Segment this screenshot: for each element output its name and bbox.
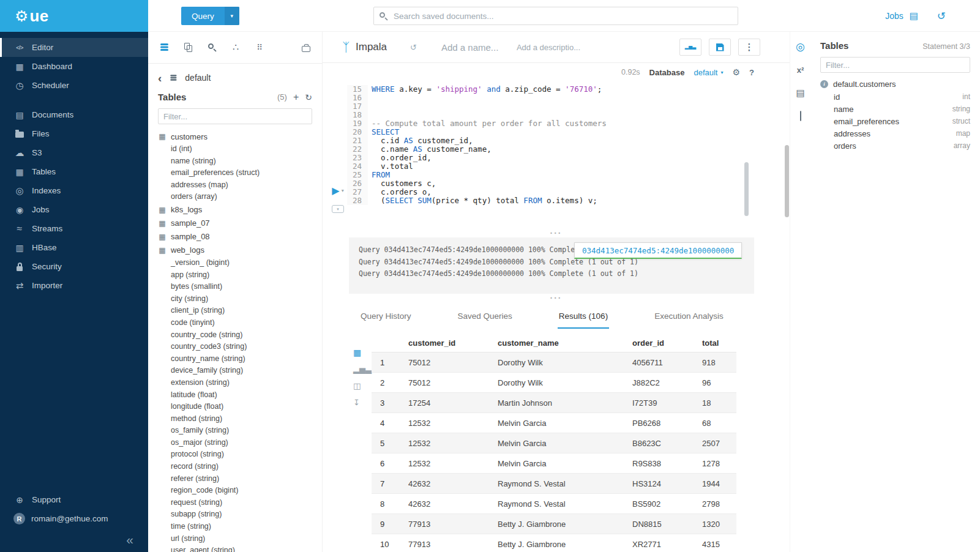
active-table-item[interactable]: i default.customers (820, 77, 970, 91)
sitemap-icon[interactable]: ∴ (230, 43, 242, 53)
column-item[interactable]: url (string) (158, 533, 312, 545)
sidebar-item-support[interactable]: ⊕ Support (0, 490, 148, 509)
sidebar-item-hbase[interactable]: ▥HBase (0, 238, 148, 257)
column-item[interactable]: name (string) (158, 155, 312, 168)
column-header-total[interactable]: total (696, 334, 736, 352)
language-reference-icon[interactable]: ▤ (796, 88, 804, 97)
execute-options-caret-icon[interactable]: ▾ (342, 188, 344, 193)
table-item-k8s-logs[interactable]: ▦k8s_logs (158, 203, 312, 217)
tab-saved-queries[interactable]: Saved Queries (457, 306, 514, 329)
table-row[interactable]: 412532Melvin GarciaPB626868 (372, 413, 736, 433)
column-item[interactable]: email_preferences (struct) (158, 167, 312, 179)
table-item-sample-07[interactable]: ▦sample_07 (158, 217, 312, 230)
column-header-order-id[interactable]: order_id (626, 334, 696, 352)
table-item-web-logs[interactable]: ▦web_logs (158, 244, 312, 257)
column-item[interactable]: client_ip (string) (158, 305, 312, 317)
table-row[interactable]: 512532Melvin GarciaB8623C2507 (372, 433, 736, 453)
column-item[interactable]: bytes (smallint) (158, 281, 312, 293)
column-item[interactable]: latitude (float) (158, 389, 312, 401)
save-button[interactable] (709, 39, 731, 56)
chart-button[interactable]: ▂▅▃ (679, 39, 701, 56)
column-item[interactable]: app (string) (158, 269, 312, 282)
query-description-input[interactable] (515, 42, 600, 53)
column-item[interactable]: id (int) (158, 143, 312, 155)
table-item-customers[interactable]: ▦customers (158, 130, 312, 143)
functions-icon[interactable]: x² (797, 66, 804, 74)
resize-handle-bottom[interactable] (323, 294, 790, 302)
right-column-addresses[interactable]: addressesmap (820, 127, 970, 140)
table-row[interactable]: 842632Raymond S. VestalBS59022798 (372, 494, 736, 514)
panel-scrollbar[interactable] (785, 145, 789, 217)
column-item[interactable]: region_code (bigint) (158, 485, 312, 497)
execute-button[interactable]: ▶▾ (332, 186, 343, 196)
job-id-popup[interactable]: 034d413ec7474ed5:4249de1000000000 (574, 242, 742, 259)
code-editor[interactable]: 15WHERE a.key = 'shipping' and a.zip_cod… (347, 85, 790, 205)
sidebar-item-dashboard[interactable]: ▦Dashboard (0, 57, 148, 76)
editor-scrollbar[interactable] (744, 162, 749, 216)
sidebar-item-streams[interactable]: ≈Streams (0, 219, 148, 238)
download-icon[interactable]: ↧ (353, 398, 360, 406)
column-item[interactable]: _version_ (bigint) (158, 257, 312, 269)
right-filter-input[interactable] (820, 57, 970, 73)
column-item[interactable]: longitude (float) (158, 401, 312, 413)
documents-copy-icon[interactable] (182, 43, 194, 53)
sidebar-item-jobs[interactable]: ◉Jobs (0, 200, 148, 219)
tab-execution-analysis[interactable]: Execution Analysis (653, 306, 725, 329)
info-icon[interactable]: i (820, 80, 828, 88)
column-item[interactable]: device_family (string) (158, 365, 312, 377)
query-dropdown-caret-icon[interactable]: ▾ (225, 7, 239, 25)
column-item[interactable]: request (string) (158, 497, 312, 509)
refresh-tables-icon[interactable]: ↻ (305, 93, 312, 102)
sidebar-item-user[interactable]: R romain@gethue.com (0, 509, 148, 528)
column-item[interactable]: city (string) (158, 293, 312, 305)
sidebar-item-security[interactable]: Security (0, 257, 148, 276)
storage-briefcase-icon[interactable] (300, 43, 312, 53)
sidebar-item-documents[interactable]: ▤Documents (0, 105, 148, 124)
databases-icon[interactable] (158, 43, 170, 53)
assistant-target-icon[interactable]: ◎ (796, 42, 805, 52)
resize-handle-top[interactable] (323, 229, 790, 237)
table-row[interactable]: 317254Martin JohnsonI72T3918 (372, 393, 736, 413)
column-item[interactable]: extension (string) (158, 377, 312, 389)
table-row[interactable]: 1077913Betty J. GiambroneXR27714315 (372, 534, 736, 552)
column-item[interactable]: time (string) (158, 521, 312, 533)
table-row[interactable]: 742632Raymond S. VestalHS31241944 (372, 474, 736, 494)
back-chevron-icon[interactable]: ‹ (158, 72, 162, 84)
help-icon[interactable]: ? (749, 68, 754, 77)
tab-query-history[interactable]: Query History (359, 306, 413, 329)
tab-results-106[interactable]: Results (106) (558, 306, 609, 329)
table-row[interactable]: 612532Melvin GarciaR9S8381278 (372, 453, 736, 474)
column-item[interactable]: orders (array) (158, 191, 312, 203)
sidebar-item-files[interactable]: Files (0, 124, 148, 143)
right-column-id[interactable]: idint (820, 91, 970, 103)
sidebar-item-indexes[interactable]: ◎Indexes (0, 181, 148, 200)
new-query-button[interactable]: Query ▾ (181, 7, 239, 25)
column-item[interactable]: referer (string) (158, 473, 312, 485)
table-row[interactable]: 275012Dorothy WilkJ882C296 (372, 373, 736, 393)
query-history-topbar-icon[interactable]: ↺ (937, 10, 946, 23)
hue-logo[interactable]: ⚙ ue (0, 0, 148, 32)
sidebar-item-importer[interactable]: ⇄Importer (0, 276, 148, 295)
table-row[interactable]: 977913Betty J. GiambroneDN88151320 (372, 514, 736, 534)
sidebar-item-s3[interactable]: ☁S3 (0, 143, 148, 162)
sidebar-item-tables[interactable]: ▦Tables (0, 162, 148, 181)
columns-view-icon[interactable]: ◫ (353, 382, 361, 390)
search-source-icon[interactable] (206, 43, 218, 53)
database-select[interactable]: default ▾ (694, 68, 723, 77)
sidebar-item-editor[interactable]: </>Editor (0, 38, 148, 57)
right-column-name[interactable]: namestring (820, 103, 970, 115)
add-table-icon[interactable]: + (293, 92, 299, 102)
right-column-orders[interactable]: ordersarray (820, 140, 970, 152)
more-actions-button[interactable]: ⋮ (738, 39, 760, 56)
column-item[interactable]: country_code3 (string) (158, 341, 312, 353)
column-item[interactable]: country_name (string) (158, 353, 312, 365)
query-name-input[interactable] (440, 42, 507, 53)
right-column-email-preferences[interactable]: email_preferencesstruct (820, 115, 970, 127)
grid-view-icon[interactable]: ▦ (353, 348, 361, 357)
column-item[interactable]: addresses (map) (158, 179, 312, 192)
column-item[interactable]: protocol (string) (158, 449, 312, 461)
column-item[interactable]: os_family (string) (158, 425, 312, 437)
column-item[interactable]: code (tinyint) (158, 317, 312, 329)
database-breadcrumb[interactable]: ‹ default (158, 72, 312, 84)
column-item[interactable]: subapp (string) (158, 509, 312, 521)
